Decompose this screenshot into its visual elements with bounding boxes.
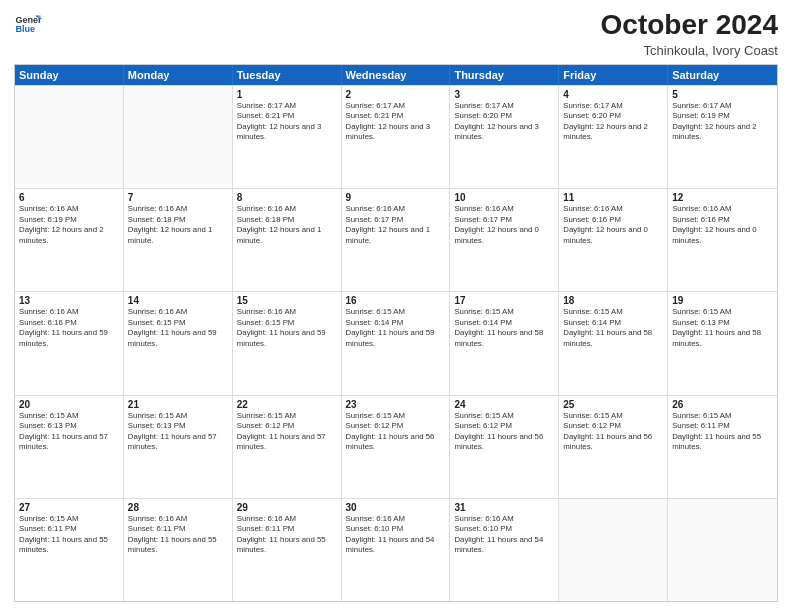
cell-date-number: 16 xyxy=(346,295,446,306)
cell-date-number: 29 xyxy=(237,502,337,513)
calendar-cell-12: 11Sunrise: 6:16 AM Sunset: 6:16 PM Dayli… xyxy=(559,189,668,291)
cell-date-number: 13 xyxy=(19,295,119,306)
calendar-cell-8: 7Sunrise: 6:16 AM Sunset: 6:18 PM Daylig… xyxy=(124,189,233,291)
calendar-cell-21: 20Sunrise: 6:15 AM Sunset: 6:13 PM Dayli… xyxy=(15,396,124,498)
calendar-cell-19: 18Sunrise: 6:15 AM Sunset: 6:14 PM Dayli… xyxy=(559,292,668,394)
cell-date-number: 3 xyxy=(454,89,554,100)
cell-info-text: Sunrise: 6:16 AM Sunset: 6:15 PM Dayligh… xyxy=(128,307,228,349)
calendar-cell-29: 28Sunrise: 6:16 AM Sunset: 6:11 PM Dayli… xyxy=(124,499,233,601)
cell-info-text: Sunrise: 6:16 AM Sunset: 6:11 PM Dayligh… xyxy=(128,514,228,556)
calendar-cell-26: 25Sunrise: 6:15 AM Sunset: 6:12 PM Dayli… xyxy=(559,396,668,498)
cell-date-number: 25 xyxy=(563,399,663,410)
calendar-cell-27: 26Sunrise: 6:15 AM Sunset: 6:11 PM Dayli… xyxy=(668,396,777,498)
main-title: October 2024 xyxy=(601,10,778,41)
cell-info-text: Sunrise: 6:16 AM Sunset: 6:18 PM Dayligh… xyxy=(237,204,337,246)
calendar-cell-3: 2Sunrise: 6:17 AM Sunset: 6:21 PM Daylig… xyxy=(342,86,451,188)
cell-info-text: Sunrise: 6:16 AM Sunset: 6:16 PM Dayligh… xyxy=(19,307,119,349)
calendar-cell-25: 24Sunrise: 6:15 AM Sunset: 6:12 PM Dayli… xyxy=(450,396,559,498)
cell-info-text: Sunrise: 6:15 AM Sunset: 6:14 PM Dayligh… xyxy=(346,307,446,349)
day-friday: Friday xyxy=(559,65,668,85)
calendar-cell-30: 29Sunrise: 6:16 AM Sunset: 6:11 PM Dayli… xyxy=(233,499,342,601)
cell-info-text: Sunrise: 6:15 AM Sunset: 6:12 PM Dayligh… xyxy=(346,411,446,453)
cell-date-number: 21 xyxy=(128,399,228,410)
logo-icon: General Blue xyxy=(14,10,42,38)
cell-info-text: Sunrise: 6:17 AM Sunset: 6:20 PM Dayligh… xyxy=(454,101,554,143)
cell-info-text: Sunrise: 6:15 AM Sunset: 6:12 PM Dayligh… xyxy=(454,411,554,453)
header: General Blue October 2024 Tchinkoula, Iv… xyxy=(14,10,778,58)
calendar-body: 1Sunrise: 6:17 AM Sunset: 6:21 PM Daylig… xyxy=(15,85,777,601)
calendar-cell-31: 30Sunrise: 6:16 AM Sunset: 6:10 PM Dayli… xyxy=(342,499,451,601)
calendar-cell-33 xyxy=(559,499,668,601)
cell-date-number: 20 xyxy=(19,399,119,410)
calendar-row-2: 6Sunrise: 6:16 AM Sunset: 6:19 PM Daylig… xyxy=(15,188,777,291)
cell-date-number: 12 xyxy=(672,192,773,203)
cell-info-text: Sunrise: 6:17 AM Sunset: 6:19 PM Dayligh… xyxy=(672,101,773,143)
cell-info-text: Sunrise: 6:15 AM Sunset: 6:13 PM Dayligh… xyxy=(128,411,228,453)
page: General Blue October 2024 Tchinkoula, Iv… xyxy=(0,0,792,612)
calendar: Sunday Monday Tuesday Wednesday Thursday… xyxy=(14,64,778,602)
cell-date-number: 7 xyxy=(128,192,228,203)
day-wednesday: Wednesday xyxy=(342,65,451,85)
day-sunday: Sunday xyxy=(15,65,124,85)
cell-info-text: Sunrise: 6:17 AM Sunset: 6:21 PM Dayligh… xyxy=(237,101,337,143)
calendar-cell-13: 12Sunrise: 6:16 AM Sunset: 6:16 PM Dayli… xyxy=(668,189,777,291)
calendar-row-5: 27Sunrise: 6:15 AM Sunset: 6:11 PM Dayli… xyxy=(15,498,777,601)
cell-info-text: Sunrise: 6:15 AM Sunset: 6:11 PM Dayligh… xyxy=(19,514,119,556)
calendar-cell-0 xyxy=(15,86,124,188)
cell-info-text: Sunrise: 6:15 AM Sunset: 6:13 PM Dayligh… xyxy=(19,411,119,453)
cell-info-text: Sunrise: 6:16 AM Sunset: 6:10 PM Dayligh… xyxy=(346,514,446,556)
calendar-cell-1 xyxy=(124,86,233,188)
day-tuesday: Tuesday xyxy=(233,65,342,85)
cell-info-text: Sunrise: 6:17 AM Sunset: 6:21 PM Dayligh… xyxy=(346,101,446,143)
cell-info-text: Sunrise: 6:16 AM Sunset: 6:19 PM Dayligh… xyxy=(19,204,119,246)
calendar-cell-11: 10Sunrise: 6:16 AM Sunset: 6:17 PM Dayli… xyxy=(450,189,559,291)
cell-info-text: Sunrise: 6:15 AM Sunset: 6:11 PM Dayligh… xyxy=(672,411,773,453)
cell-date-number: 2 xyxy=(346,89,446,100)
cell-info-text: Sunrise: 6:16 AM Sunset: 6:18 PM Dayligh… xyxy=(128,204,228,246)
title-block: October 2024 Tchinkoula, Ivory Coast xyxy=(601,10,778,58)
cell-date-number: 8 xyxy=(237,192,337,203)
cell-date-number: 19 xyxy=(672,295,773,306)
calendar-row-4: 20Sunrise: 6:15 AM Sunset: 6:13 PM Dayli… xyxy=(15,395,777,498)
calendar-cell-7: 6Sunrise: 6:16 AM Sunset: 6:19 PM Daylig… xyxy=(15,189,124,291)
cell-date-number: 24 xyxy=(454,399,554,410)
cell-info-text: Sunrise: 6:16 AM Sunset: 6:17 PM Dayligh… xyxy=(346,204,446,246)
logo: General Blue xyxy=(14,10,42,38)
cell-date-number: 27 xyxy=(19,502,119,513)
calendar-cell-34 xyxy=(668,499,777,601)
cell-date-number: 17 xyxy=(454,295,554,306)
calendar-cell-2: 1Sunrise: 6:17 AM Sunset: 6:21 PM Daylig… xyxy=(233,86,342,188)
cell-date-number: 30 xyxy=(346,502,446,513)
cell-date-number: 11 xyxy=(563,192,663,203)
calendar-cell-18: 17Sunrise: 6:15 AM Sunset: 6:14 PM Dayli… xyxy=(450,292,559,394)
cell-date-number: 15 xyxy=(237,295,337,306)
cell-info-text: Sunrise: 6:15 AM Sunset: 6:12 PM Dayligh… xyxy=(237,411,337,453)
calendar-cell-4: 3Sunrise: 6:17 AM Sunset: 6:20 PM Daylig… xyxy=(450,86,559,188)
cell-info-text: Sunrise: 6:15 AM Sunset: 6:14 PM Dayligh… xyxy=(454,307,554,349)
cell-info-text: Sunrise: 6:15 AM Sunset: 6:12 PM Dayligh… xyxy=(563,411,663,453)
day-monday: Monday xyxy=(124,65,233,85)
cell-date-number: 9 xyxy=(346,192,446,203)
cell-info-text: Sunrise: 6:15 AM Sunset: 6:13 PM Dayligh… xyxy=(672,307,773,349)
calendar-cell-10: 9Sunrise: 6:16 AM Sunset: 6:17 PM Daylig… xyxy=(342,189,451,291)
cell-date-number: 28 xyxy=(128,502,228,513)
calendar-cell-24: 23Sunrise: 6:15 AM Sunset: 6:12 PM Dayli… xyxy=(342,396,451,498)
calendar-row-3: 13Sunrise: 6:16 AM Sunset: 6:16 PM Dayli… xyxy=(15,291,777,394)
calendar-cell-32: 31Sunrise: 6:16 AM Sunset: 6:10 PM Dayli… xyxy=(450,499,559,601)
cell-info-text: Sunrise: 6:15 AM Sunset: 6:14 PM Dayligh… xyxy=(563,307,663,349)
cell-info-text: Sunrise: 6:16 AM Sunset: 6:16 PM Dayligh… xyxy=(672,204,773,246)
calendar-cell-15: 14Sunrise: 6:16 AM Sunset: 6:15 PM Dayli… xyxy=(124,292,233,394)
cell-date-number: 14 xyxy=(128,295,228,306)
calendar-cell-20: 19Sunrise: 6:15 AM Sunset: 6:13 PM Dayli… xyxy=(668,292,777,394)
cell-date-number: 5 xyxy=(672,89,773,100)
cell-info-text: Sunrise: 6:16 AM Sunset: 6:17 PM Dayligh… xyxy=(454,204,554,246)
subtitle: Tchinkoula, Ivory Coast xyxy=(601,43,778,58)
cell-date-number: 31 xyxy=(454,502,554,513)
cell-info-text: Sunrise: 6:16 AM Sunset: 6:11 PM Dayligh… xyxy=(237,514,337,556)
cell-date-number: 23 xyxy=(346,399,446,410)
day-saturday: Saturday xyxy=(668,65,777,85)
cell-info-text: Sunrise: 6:17 AM Sunset: 6:20 PM Dayligh… xyxy=(563,101,663,143)
cell-date-number: 18 xyxy=(563,295,663,306)
calendar-cell-22: 21Sunrise: 6:15 AM Sunset: 6:13 PM Dayli… xyxy=(124,396,233,498)
day-thursday: Thursday xyxy=(450,65,559,85)
